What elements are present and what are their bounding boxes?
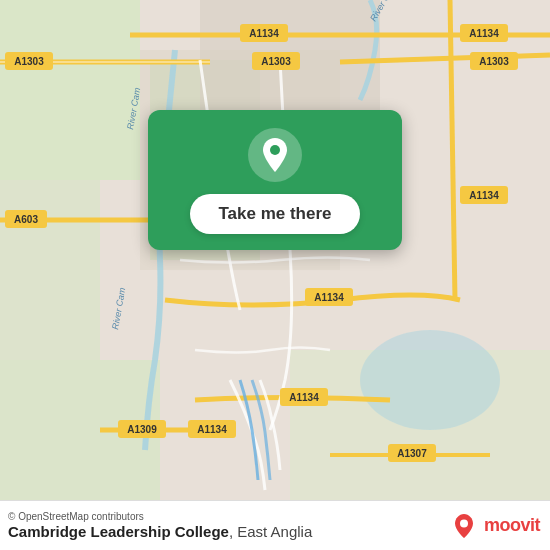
svg-rect-1 (0, 0, 140, 180)
map-container: A1303 A1134 A1303 A1134 A1303 A603 A1134… (0, 0, 550, 500)
take-me-there-button[interactable]: Take me there (190, 194, 359, 234)
svg-text:A1134: A1134 (289, 392, 319, 403)
svg-text:A1134: A1134 (249, 28, 279, 39)
moovit-pin-icon (450, 512, 478, 540)
moovit-brand: moovit (450, 512, 540, 540)
moovit-text: moovit (484, 515, 540, 536)
svg-text:A1134: A1134 (469, 28, 499, 39)
region-name: , East Anglia (229, 523, 312, 540)
svg-text:A1309: A1309 (127, 424, 157, 435)
svg-text:A1303: A1303 (261, 56, 291, 67)
svg-text:A1303: A1303 (479, 56, 509, 67)
svg-point-6 (360, 330, 500, 430)
map-background: A1303 A1134 A1303 A1134 A1303 A603 A1134… (0, 0, 550, 500)
svg-rect-2 (0, 180, 100, 360)
location-name: Cambridge Leadership College (8, 523, 229, 540)
svg-point-46 (460, 519, 468, 527)
location-card: Take me there (148, 110, 402, 250)
location-pin-icon (248, 128, 302, 182)
svg-text:A1307: A1307 (397, 448, 427, 459)
svg-text:A1134: A1134 (197, 424, 227, 435)
bottom-bar: © OpenStreetMap contributors Cambridge L… (0, 500, 550, 550)
attribution-text: © OpenStreetMap contributors (8, 511, 312, 522)
svg-text:A603: A603 (14, 214, 38, 225)
svg-text:A1303: A1303 (14, 56, 44, 67)
svg-point-45 (270, 145, 280, 155)
location-info: © OpenStreetMap contributors Cambridge L… (8, 511, 312, 541)
svg-text:A1134: A1134 (469, 190, 499, 201)
svg-text:A1134: A1134 (314, 292, 344, 303)
location-line: Cambridge Leadership College, East Angli… (8, 523, 312, 541)
